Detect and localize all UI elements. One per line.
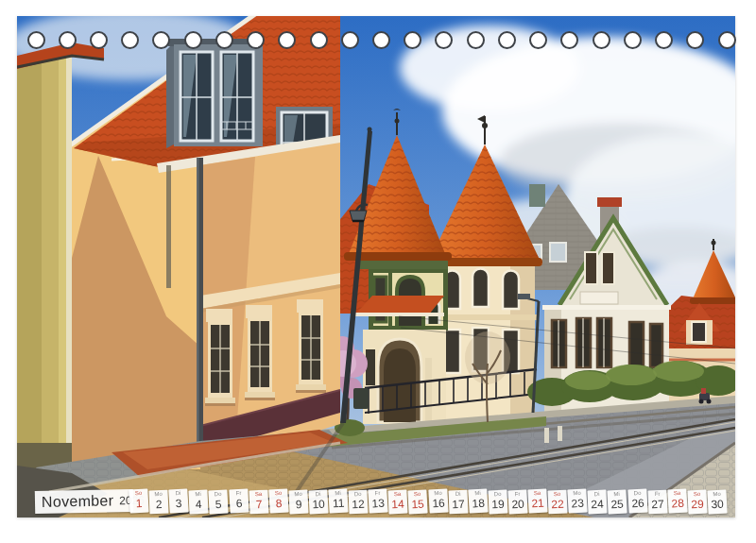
date-cell: Sa28 <box>667 489 688 514</box>
date-number: 7 <box>255 499 262 511</box>
date-cell: Mo23 <box>567 489 588 514</box>
date-number: 20 <box>511 498 524 511</box>
date-cell: Sa21 <box>527 489 547 514</box>
weekday-abbrev: Do <box>215 490 222 497</box>
date-number: 10 <box>312 498 325 511</box>
month-label-box: November 2026 <box>35 489 133 514</box>
date-number: 30 <box>711 498 724 511</box>
date-number: 13 <box>371 498 385 511</box>
date-number: 19 <box>491 499 505 512</box>
binding-hole <box>27 31 45 49</box>
date-cell: So1 <box>129 489 148 514</box>
weekday-abbrev: Mo <box>713 490 721 497</box>
date-cells-row: So1Mo2Di3Mi4Do5Fr6Sa7So8Mo9Di10Mi11Do12F… <box>129 489 738 516</box>
binding-hole <box>467 31 485 49</box>
date-cell: So15 <box>408 489 428 514</box>
date-number: 12 <box>352 499 365 512</box>
date-number: 28 <box>671 498 684 511</box>
waste-bin <box>353 388 369 409</box>
binding-hole <box>624 31 642 49</box>
chimney <box>529 184 545 207</box>
binding-hole <box>593 31 610 49</box>
date-number: 21 <box>531 498 544 511</box>
date-cell: So8 <box>268 489 289 514</box>
binding-hole <box>718 31 736 49</box>
date-cell: Mi4 <box>189 490 209 515</box>
weekday-abbrev: Di <box>315 490 320 497</box>
date-number: 5 <box>215 498 222 510</box>
weekday-abbrev: Mi <box>614 490 621 497</box>
date-cell: Fr20 <box>507 489 527 514</box>
date-number: 6 <box>235 498 242 510</box>
binding-hole <box>59 31 77 49</box>
date-number: 27 <box>651 499 664 512</box>
binding-hole <box>310 31 328 49</box>
date-cell: Sa7 <box>249 489 268 514</box>
date-cell: Di24 <box>588 490 608 515</box>
binding-hole <box>341 31 359 49</box>
date-number: 15 <box>412 498 425 511</box>
date-number: 9 <box>295 499 301 511</box>
weekday-abbrev: Fr <box>514 490 520 497</box>
roof-skylight <box>550 243 566 262</box>
street-scene-photo <box>17 16 735 518</box>
date-cell: Di10 <box>308 489 328 514</box>
date-cell: Fr6 <box>229 489 249 514</box>
date-number: 8 <box>275 498 282 510</box>
calendar-sheet: November 2026 So1Mo2Di3Mi4Do5Fr6Sa7So8Mo… <box>0 0 756 543</box>
date-number: 24 <box>591 499 604 512</box>
date-cell: Mi11 <box>328 489 348 514</box>
date-cell: Do12 <box>349 489 369 514</box>
date-cell: Fr13 <box>368 489 388 514</box>
binding-hole <box>90 31 108 49</box>
date-cell: Mo30 <box>707 489 727 514</box>
binding-hole <box>498 31 516 49</box>
date-cell: So22 <box>548 489 568 514</box>
date-number: 22 <box>551 499 564 512</box>
date-cell: Do19 <box>488 490 507 515</box>
photo-area <box>17 16 735 518</box>
binding-hole <box>372 31 390 49</box>
date-number: 18 <box>472 498 485 511</box>
date-number: 3 <box>176 498 182 510</box>
date-number: 17 <box>452 499 465 512</box>
date-number: 16 <box>432 498 445 511</box>
date-number: 26 <box>631 498 644 511</box>
date-number: 25 <box>611 498 625 511</box>
date-cell: Mo16 <box>428 489 448 514</box>
date-cell: Mo9 <box>288 490 308 515</box>
date-number: 14 <box>391 499 404 512</box>
binding-hole <box>655 31 673 49</box>
date-number: 4 <box>196 499 202 511</box>
date-cell: Do5 <box>209 489 229 514</box>
date-cell: Sa14 <box>388 490 408 515</box>
date-number: 29 <box>691 499 704 512</box>
date-cell: Mi18 <box>468 489 489 514</box>
binding-hole <box>247 31 265 49</box>
date-cell: Mo2 <box>149 489 169 514</box>
date-number: 23 <box>571 498 584 511</box>
date-number: 1 <box>135 498 142 510</box>
binding-hole <box>215 31 233 49</box>
date-cell: So29 <box>687 490 707 515</box>
date-cell: Fr27 <box>647 489 667 514</box>
date-cell: Mi25 <box>608 489 627 514</box>
month-name: November <box>42 492 114 511</box>
date-cell: Do26 <box>627 489 647 514</box>
date-cell: Di17 <box>448 489 468 514</box>
roof-dormer-large <box>166 39 263 148</box>
binding-hole <box>184 31 202 49</box>
facade-windows <box>205 313 326 406</box>
date-cell: Di3 <box>168 489 189 514</box>
date-number: 2 <box>156 499 163 511</box>
date-number: 11 <box>333 498 345 511</box>
weekday-abbrev: So <box>414 490 421 497</box>
